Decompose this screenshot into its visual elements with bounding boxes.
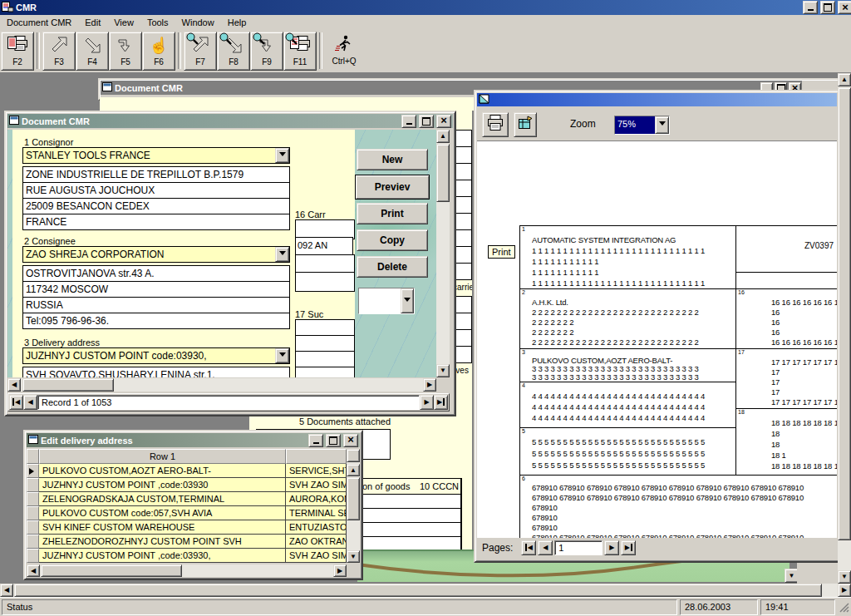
- row-selector[interactable]: [27, 464, 39, 478]
- scroll-left-button[interactable]: [27, 564, 40, 577]
- toolbar-button-f11[interactable]: F11: [283, 32, 317, 71]
- row-selector[interactable]: [27, 549, 39, 563]
- preview-button[interactable]: Previev: [355, 175, 430, 200]
- menu-item-tools[interactable]: Tools: [140, 16, 175, 29]
- delete-button[interactable]: Delete: [357, 256, 428, 278]
- row-selector[interactable]: [27, 535, 39, 549]
- chevron-down-icon[interactable]: [401, 288, 414, 313]
- toolbar-button-f9[interactable]: F9: [250, 32, 283, 71]
- consignor-combo[interactable]: STANLEY TOOLS FRANCE: [22, 147, 290, 164]
- toolbar-button-f3[interactable]: F3: [42, 32, 76, 71]
- row-selector[interactable]: [27, 506, 39, 520]
- toolbar-button-f8[interactable]: F8: [217, 32, 250, 71]
- carrier-value-fragment[interactable]: 092 AN: [295, 237, 353, 255]
- arrow-down-right-icon: [82, 35, 102, 55]
- maximize-button[interactable]: [419, 115, 434, 128]
- table-row[interactable]: ZHELEZNODOROZHNYJ CUSTOM POINT SVH ZAO O…: [27, 535, 347, 549]
- chevron-down-icon[interactable]: [655, 116, 669, 134]
- close-button[interactable]: [343, 434, 358, 447]
- scroll-left-button[interactable]: [7, 378, 21, 392]
- close-button[interactable]: [436, 115, 451, 128]
- toolbar-button-exit[interactable]: Ctrl+Q: [325, 32, 363, 71]
- consignee-address-lines[interactable]: OSTROVITJANOVA str.43 A.117342 MOSCOWRUS…: [22, 265, 290, 329]
- scroll-up-button[interactable]: [347, 464, 360, 476]
- consignor-address-lines[interactable]: ZONE INDUSTRIELLE DE TREPILLOT B.P.1579R…: [22, 166, 290, 230]
- next-record-button[interactable]: [420, 395, 434, 410]
- scroll-thumb[interactable]: [22, 378, 114, 392]
- menu-item-view[interactable]: View: [107, 16, 140, 29]
- last-record-button[interactable]: [434, 395, 448, 410]
- preview-print-button[interactable]: [482, 112, 509, 137]
- dialog-title-bar[interactable]: Document CMR: [7, 114, 453, 128]
- scroll-right-button[interactable]: [838, 584, 851, 597]
- chevron-down-icon[interactable]: [275, 348, 289, 363]
- app-title: CMR: [16, 2, 37, 12]
- toolbar-button-f7[interactable]: F7: [184, 32, 217, 71]
- chevron-down-icon[interactable]: [275, 247, 289, 262]
- minimize-button[interactable]: [308, 434, 323, 447]
- chevron-down-icon[interactable]: [275, 148, 289, 163]
- scroll-up-button[interactable]: [838, 73, 851, 86]
- maximize-button[interactable]: [820, 1, 835, 14]
- maximize-button[interactable]: [326, 434, 341, 447]
- previous-page-button[interactable]: [538, 540, 553, 555]
- scroll-thumb[interactable]: [14, 584, 822, 597]
- scroll-down-button[interactable]: [347, 550, 360, 563]
- toolbar-button-f5[interactable]: F5: [109, 32, 142, 71]
- copies-combo[interactable]: [358, 288, 415, 314]
- scroll-thumb[interactable]: [436, 144, 450, 202]
- next-page-button[interactable]: [604, 540, 619, 555]
- scroll-up-button[interactable]: [436, 130, 450, 143]
- scroll-right-button[interactable]: [333, 564, 347, 577]
- delivery-address-lines[interactable]: SVH SOVAVTO,SHUSHARY,LENINA str.1,189626…: [22, 367, 290, 377]
- row-selector[interactable]: [27, 478, 39, 492]
- table-row[interactable]: PULKOVO CUSTOM,AOZT AERO-BALT- SERVICE,S…: [27, 464, 347, 478]
- print-preview-window: Zoom 75% 1 AUTOMATIC SYSTEM INTEGRATION …: [474, 90, 840, 563]
- first-record-button[interactable]: [9, 395, 23, 410]
- table-row[interactable]: JUZHNYJ CUSTOM POINT ,code:03930 SVH ZAO…: [27, 478, 347, 492]
- minimize-button[interactable]: [401, 115, 416, 128]
- preview-title-bar[interactable]: [477, 93, 837, 106]
- row-selector[interactable]: [27, 492, 39, 506]
- menu-item-edit[interactable]: Edit: [78, 16, 107, 29]
- preview-export-button[interactable]: [514, 112, 537, 137]
- edit-window-title-bar[interactable]: Edit delivery address: [27, 433, 360, 447]
- grid-column-header[interactable]: Row 1: [39, 449, 286, 464]
- copy-button[interactable]: Copy: [357, 229, 428, 251]
- grid-horizontal-scrollbar: [27, 564, 347, 577]
- table-row[interactable]: SVH KINEF CUSTOM WAREHOUSE ENTUZIASTOV: [27, 520, 347, 535]
- last-page-button[interactable]: [621, 540, 636, 555]
- table-row[interactable]: ZELENOGRADSKAJA CUSTOM,TERMINAL AURORA,K…: [27, 492, 347, 506]
- delivery-combo[interactable]: JUZHNYJ CUSTOM POINT code:03930,: [22, 347, 290, 364]
- toolbar-button-f4[interactable]: F4: [76, 32, 109, 71]
- print-button[interactable]: Print: [357, 203, 428, 224]
- page-number-input[interactable]: 1: [554, 540, 603, 555]
- minimize-button[interactable]: [803, 1, 818, 14]
- scroll-thumb[interactable]: [41, 564, 182, 577]
- menu-item-help[interactable]: Help: [221, 16, 253, 29]
- toolbar-button-f6[interactable]: ☝ F6: [142, 32, 175, 71]
- previous-record-button[interactable]: [23, 395, 37, 410]
- app-title-bar[interactable]: CMR: [0, 0, 851, 15]
- first-page-button[interactable]: [521, 540, 536, 555]
- scroll-thumb[interactable]: [347, 477, 360, 520]
- preview-box-18: 18 18 18 18 18 18 18 18 18 18181818 118 …: [735, 408, 837, 475]
- scroll-down-button[interactable]: [436, 364, 450, 377]
- grid-column-header-2[interactable]: [286, 449, 347, 464]
- preview-box-4: 4 4 4 4 4 4 4 4 4 4 4 4 4 4 4 4 4 4 4 4 …: [519, 382, 735, 427]
- scroll-right-button[interactable]: [423, 378, 436, 392]
- resize-grip[interactable]: [838, 601, 849, 613]
- close-button[interactable]: [838, 1, 851, 14]
- consignee-combo[interactable]: ZAO SHREJA CORPORATION: [22, 246, 290, 263]
- menu-item-window[interactable]: Window: [175, 16, 221, 29]
- table-row[interactable]: PULKOVO CUSTOM code:057,SVH AVIA TERMINA…: [27, 506, 347, 520]
- scroll-down-button[interactable]: [838, 570, 851, 584]
- menu-item-document-cmr[interactable]: Document CMR: [0, 16, 78, 29]
- zoom-combo[interactable]: 75%: [614, 116, 670, 135]
- scroll-thumb[interactable]: [838, 87, 851, 540]
- row-selector[interactable]: [27, 520, 39, 535]
- toolbar-button-f2[interactable]: F2: [1, 32, 34, 71]
- new-button[interactable]: New: [357, 149, 428, 170]
- table-row[interactable]: JUZHNYJ CUSTOM POINT ,code:03930, SVH ZA…: [27, 549, 347, 563]
- scroll-left-button[interactable]: [0, 584, 13, 597]
